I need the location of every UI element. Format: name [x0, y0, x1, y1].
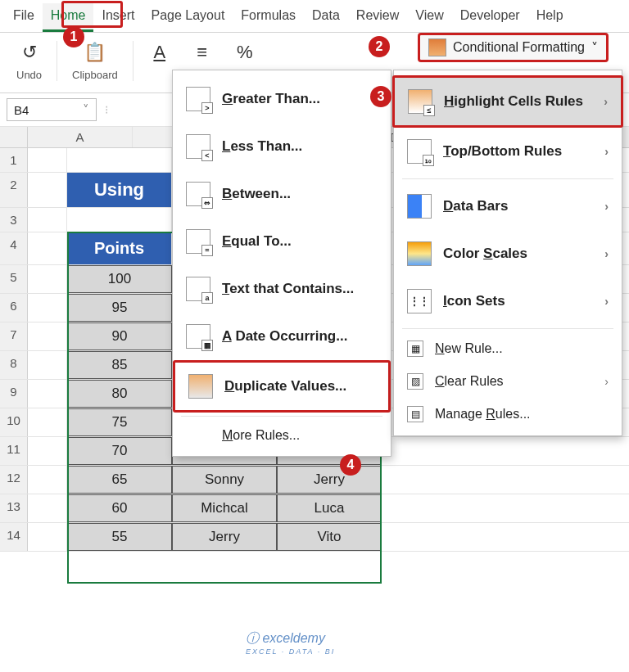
fx-sep: ⁝	[102, 103, 111, 116]
clear-icon: ▨	[407, 373, 423, 390]
chevron-down-icon: ˅	[83, 102, 89, 117]
cf-icon	[428, 38, 446, 56]
callout-3: 3	[370, 86, 391, 107]
menu-icon-sets[interactable]: ⋮⋮Icon Sets›	[394, 277, 622, 325]
ribbon-clipboard-group[interactable]: 📋 Clipboard	[72, 41, 118, 81]
undo-label: Undo	[16, 69, 42, 81]
newrule-icon: ▦	[407, 341, 423, 357]
callout-2: 2	[369, 36, 390, 57]
gt-icon: >	[186, 87, 210, 111]
row-11[interactable]: 11	[0, 437, 28, 465]
chevron-right-icon: ›	[604, 295, 609, 308]
row-10[interactable]: 10	[0, 408, 28, 436]
cell[interactable]: 100	[67, 265, 172, 293]
row-4[interactable]: 4	[0, 232, 28, 264]
tab-file[interactable]: File	[5, 3, 43, 32]
row-5[interactable]: 5	[0, 265, 28, 293]
tab-developer[interactable]: Developer	[452, 3, 528, 32]
menu-new-rule[interactable]: ▦New Rule...	[394, 332, 622, 365]
tab-data[interactable]: Data	[304, 3, 348, 32]
menu-date-occurring[interactable]: ▦A Date Occurring...	[173, 313, 391, 360]
menu-text-contains[interactable]: aText that Contains...	[173, 265, 391, 313]
row-6[interactable]: 6	[0, 294, 28, 322]
iconset-icon: ⋮⋮	[407, 289, 432, 313]
menu-top-bottom-rules[interactable]: ₁₀Top/Bottom Rules›	[394, 128, 622, 175]
menu-clear-rules[interactable]: ▨Clear Rules›	[394, 365, 622, 398]
conditional-formatting-menu: ≤Highlight Cells Rules› ₁₀Top/Bottom Rul…	[393, 70, 622, 436]
colorscale-icon	[407, 241, 432, 266]
menu-equal-to[interactable]: =Equal To...	[173, 218, 391, 265]
topbot-icon: ₁₀	[407, 139, 432, 164]
row-2[interactable]: 2	[0, 173, 28, 207]
align-icon: ≡	[191, 41, 214, 64]
font-icon: A	[148, 41, 171, 64]
databar-icon	[407, 194, 432, 219]
row-14[interactable]: 14	[0, 523, 28, 551]
tab-page-layout[interactable]: Page Layout	[143, 3, 233, 32]
menu-between[interactable]: ⇔Between...	[173, 170, 391, 218]
chevron-down-icon: ˅	[591, 40, 598, 56]
watermark: ⓘ exceldemy EXCEL · DATA · BI	[246, 630, 335, 656]
menu-duplicate-values[interactable]: Duplicate Values...	[173, 360, 391, 413]
ribbon-sep	[133, 41, 133, 81]
lt-icon: <	[186, 134, 210, 159]
row-12[interactable]: 12	[0, 466, 28, 494]
menu-tabs: File Home Insert Page Layout Formulas Da…	[0, 0, 629, 33]
tab-review[interactable]: Review	[348, 3, 407, 32]
menu-more-rules[interactable]: More Rules...	[173, 420, 391, 451]
chevron-right-icon: ›	[604, 145, 609, 158]
row-3[interactable]: 3	[0, 208, 28, 232]
clipboard-label: Clipboard	[72, 69, 118, 81]
undo-icon: ↺	[18, 41, 41, 64]
tab-view[interactable]: View	[407, 3, 451, 32]
menu-highlight-cells-rules[interactable]: ≤Highlight Cells Rules›	[392, 75, 623, 128]
callout-1: 1	[63, 26, 84, 47]
ribbon-sep	[57, 41, 57, 81]
chevron-right-icon: ›	[604, 375, 609, 388]
percent-icon: %	[233, 41, 256, 64]
clipboard-icon: 📋	[84, 41, 106, 64]
hl-icon: ≤	[408, 89, 432, 114]
ribbon-font-group[interactable]: A	[148, 41, 171, 81]
menu-greater-than[interactable]: >Greater Than...	[173, 75, 391, 123]
menu-less-than[interactable]: <Less Than...	[173, 123, 391, 170]
menu-sep	[181, 416, 382, 417]
date-icon: ▦	[186, 324, 210, 349]
ribbon-undo-group[interactable]: ↺ Undo	[16, 41, 42, 81]
text-icon: a	[186, 277, 210, 301]
tab-formulas[interactable]: Formulas	[233, 3, 304, 32]
manage-icon: ▤	[407, 406, 423, 422]
menu-color-scales[interactable]: Color Scales›	[394, 230, 622, 277]
between-icon: ⇔	[186, 182, 210, 206]
chevron-right-icon: ›	[604, 247, 609, 260]
tab-insert[interactable]: Insert	[93, 3, 143, 32]
menu-data-bars[interactable]: Data Bars›	[394, 183, 622, 230]
conditional-formatting-button[interactable]: Conditional Formatting ˅	[418, 33, 609, 62]
highlight-rules-submenu: >Greater Than... <Less Than... ⇔Between.…	[172, 70, 391, 457]
menu-sep	[402, 328, 613, 329]
tab-help[interactable]: Help	[528, 3, 572, 32]
menu-manage-rules[interactable]: ▤Manage Rules...	[394, 398, 622, 431]
row-9[interactable]: 9	[0, 380, 28, 408]
row-8[interactable]: 8	[0, 351, 28, 379]
row-1[interactable]: 1	[0, 148, 28, 172]
name-box-value: B4	[14, 103, 29, 117]
callout-4: 4	[340, 454, 361, 476]
cf-label: Conditional Formatting	[453, 40, 585, 55]
col-a[interactable]: A	[28, 127, 133, 147]
name-box[interactable]: B4 ˅	[7, 98, 97, 121]
dup-icon	[188, 374, 213, 399]
header-points[interactable]: Points	[67, 232, 172, 264]
row-13[interactable]: 13	[0, 494, 28, 522]
title-cell[interactable]: Using	[67, 173, 172, 207]
menu-sep	[402, 178, 613, 179]
row-7[interactable]: 7	[0, 322, 28, 350]
eq-icon: =	[186, 229, 210, 254]
chevron-right-icon: ›	[604, 95, 608, 108]
chevron-right-icon: ›	[604, 200, 609, 213]
